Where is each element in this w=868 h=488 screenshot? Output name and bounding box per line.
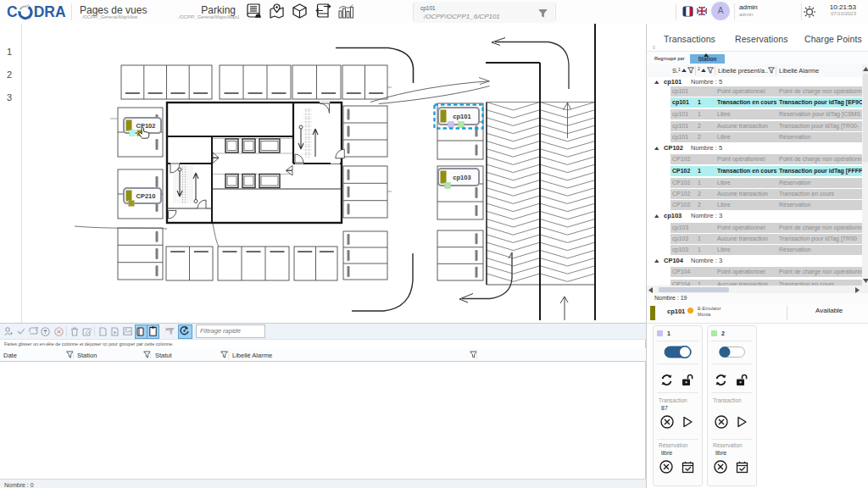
svg-text:CP102: CP102 <box>136 122 156 130</box>
svg-text:cp103: cp103 <box>453 174 470 181</box>
svg-text:cp101: cp101 <box>453 113 470 120</box>
svg-text:CP210: CP210 <box>136 192 156 200</box>
